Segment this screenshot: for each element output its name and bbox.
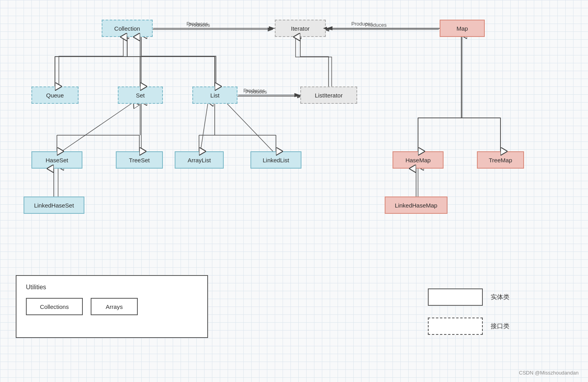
legend-dashed: 接口类 xyxy=(428,318,509,335)
svg-text:Produces: Produces xyxy=(245,89,267,95)
listiterator-label: ListIterator xyxy=(315,92,343,99)
set-label: Set xyxy=(136,92,145,99)
map-label: Map xyxy=(457,25,468,32)
haseset-node: HaseSet xyxy=(31,151,82,169)
treemap-node: TreeMap xyxy=(477,151,524,169)
linkedlist-label: LinkedList xyxy=(263,157,289,163)
linkedhaseset-node: LinkedHaseSet xyxy=(24,197,84,214)
iterator-node: Iterator xyxy=(275,20,326,37)
linkedhasemap-node: LinkedHaseMap xyxy=(385,197,447,214)
collections-node: Collections xyxy=(26,298,83,315)
utilities-items: Collections Arrays xyxy=(26,298,198,315)
queue-node: Queue xyxy=(31,86,79,104)
legend: 实体类 接口类 xyxy=(428,288,509,335)
linkedhaseset-label: LinkedHaseSet xyxy=(34,202,74,209)
arrays-node: Arrays xyxy=(91,298,138,315)
treemap-label: TreeMap xyxy=(489,157,512,163)
treeset-node: TreeSet xyxy=(116,151,163,169)
hasemap-label: HaseMap xyxy=(405,157,431,163)
legend-solid-box xyxy=(428,288,483,306)
hasemap-node: HaseMap xyxy=(393,151,444,169)
collection-label: Collection xyxy=(114,25,140,32)
svg-text:Produces: Produces xyxy=(365,22,387,28)
legend-dashed-box xyxy=(428,318,483,335)
linkedlist-node: LinkedList xyxy=(250,151,301,169)
arraylist-label: ArrayList xyxy=(188,157,211,163)
haseset-label: HaseSet xyxy=(46,157,68,163)
map-node: Map xyxy=(440,20,485,37)
legend-solid-label: 实体类 xyxy=(491,293,509,301)
linkedhasemap-label: LinkedHaseMap xyxy=(395,202,437,209)
svg-text:Produces: Produces xyxy=(188,22,210,28)
list-node: List xyxy=(192,86,237,104)
queue-label: Queue xyxy=(46,92,64,99)
arraylist-node: ArrayList xyxy=(175,151,224,169)
arrays-label: Arrays xyxy=(106,303,122,310)
svg-line-10 xyxy=(59,102,133,153)
svg-line-13 xyxy=(226,102,275,153)
legend-solid: 实体类 xyxy=(428,288,509,306)
listiterator-node: ListIterator xyxy=(300,86,357,104)
treeset-label: TreeSet xyxy=(129,157,150,163)
utilities-title: Utilities xyxy=(26,284,198,291)
set-node: Set xyxy=(118,86,163,104)
list-label: List xyxy=(210,92,219,99)
collections-label: Collections xyxy=(40,303,69,310)
utilities-container: Utilities Collections Arrays xyxy=(16,275,208,338)
iterator-label: Iterator xyxy=(291,25,310,32)
collection-node: Collection xyxy=(102,20,153,37)
svg-line-12 xyxy=(200,102,208,153)
watermark: CSDN @Misszhoudandan xyxy=(519,370,579,376)
legend-dashed-label: 接口类 xyxy=(491,322,509,331)
